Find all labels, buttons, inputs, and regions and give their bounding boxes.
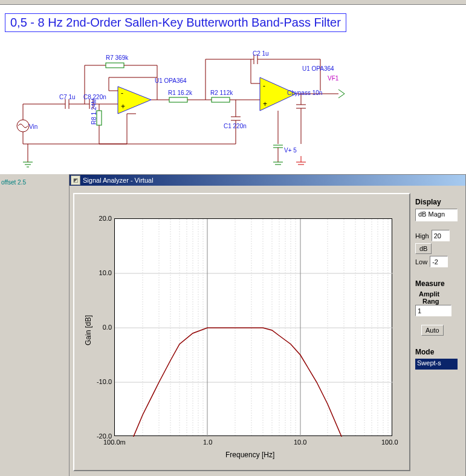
label-R2: R2 112k: [210, 90, 233, 96]
label-R7: R7 369k: [106, 54, 128, 61]
svg-text:+: +: [263, 100, 267, 108]
label-R8: R8 1.24M: [91, 99, 97, 125]
label-C2: C2 1u: [253, 50, 269, 57]
label-Cbypass: Cbypass 10n: [287, 90, 322, 96]
schematic-drawing: - +: [0, 5, 466, 174]
label-Vplus: V+ 5: [284, 147, 297, 154]
analyzer-title-text: Signal Analyzer - Virtual: [83, 177, 154, 184]
schematic-canvas: 0,5 - 8 Hz 2nd-Order Sallen-Key Butterwo…: [0, 5, 466, 174]
svg-text:-: -: [121, 89, 123, 97]
analyzer-controls: Display dB Magn High dB Low Measure Ampl…: [415, 193, 466, 370]
range-label: Rang: [422, 298, 466, 305]
signal-analyzer-window: ◩ Signal Analyzer - Virtual: [69, 174, 466, 476]
y-axis-label: Gain [dB]: [84, 315, 92, 345]
x-axis-label: Frequency [Hz]: [225, 451, 274, 459]
ytick-3: -10.0: [92, 378, 112, 385]
plot-panel: 20.0 10.0 0.0 -10.0 -20.0 100.0m 1.0 10.…: [73, 193, 410, 471]
label-VF1: VF1: [328, 75, 338, 82]
label-Vin: Vin: [29, 123, 37, 130]
analyzer-titlebar[interactable]: ◩ Signal Analyzer - Virtual: [70, 175, 465, 186]
svg-line-54: [338, 94, 345, 98]
app-toolbar-strip: [0, 0, 466, 5]
low-label: Low: [415, 258, 427, 266]
low-input[interactable]: [430, 256, 448, 267]
ytick-1: 10.0: [95, 269, 112, 276]
svg-line-53: [338, 90, 345, 94]
svg-rect-26: [106, 63, 124, 68]
label-offset: offset 2.5: [1, 179, 26, 186]
high-label: High: [415, 232, 429, 240]
high-input[interactable]: [432, 230, 450, 241]
mode-group-label: Mode: [415, 348, 466, 356]
db-button[interactable]: dB: [415, 243, 432, 254]
measure-group-label: Measure: [415, 279, 466, 288]
analyzer-app-icon: ◩: [71, 175, 80, 185]
plot-svg: [115, 219, 393, 437]
xtick-1: 1.0: [203, 439, 212, 446]
plot-area[interactable]: [114, 218, 392, 436]
svg-text:+: +: [121, 102, 125, 111]
xtick-2: 10.0: [294, 439, 306, 446]
xtick-3: 100.0: [381, 439, 398, 446]
svg-text:-: -: [263, 82, 265, 90]
amplitude-label: Amplit: [419, 290, 466, 298]
display-group-label: Display: [415, 198, 466, 206]
range-input[interactable]: [415, 305, 451, 316]
xtick-0: 100.0m: [103, 439, 126, 446]
display-type-dropdown[interactable]: dB Magn: [415, 209, 458, 221]
mode-dropdown[interactable]: Swept-s: [415, 359, 458, 370]
svg-rect-35: [212, 97, 230, 102]
svg-rect-18: [97, 111, 102, 125]
label-U2: U1 OPA364: [302, 65, 334, 72]
auto-button[interactable]: Auto: [421, 325, 444, 336]
svg-rect-33: [169, 97, 187, 102]
ytick-2: 0.0: [95, 324, 112, 331]
label-U1: U1 OPA364: [155, 77, 187, 84]
label-C7: C7 1u: [59, 94, 76, 100]
label-C1: C1 220n: [224, 123, 247, 129]
ytick-0: 20.0: [95, 215, 112, 222]
label-R1: R1 16.2k: [168, 90, 192, 96]
